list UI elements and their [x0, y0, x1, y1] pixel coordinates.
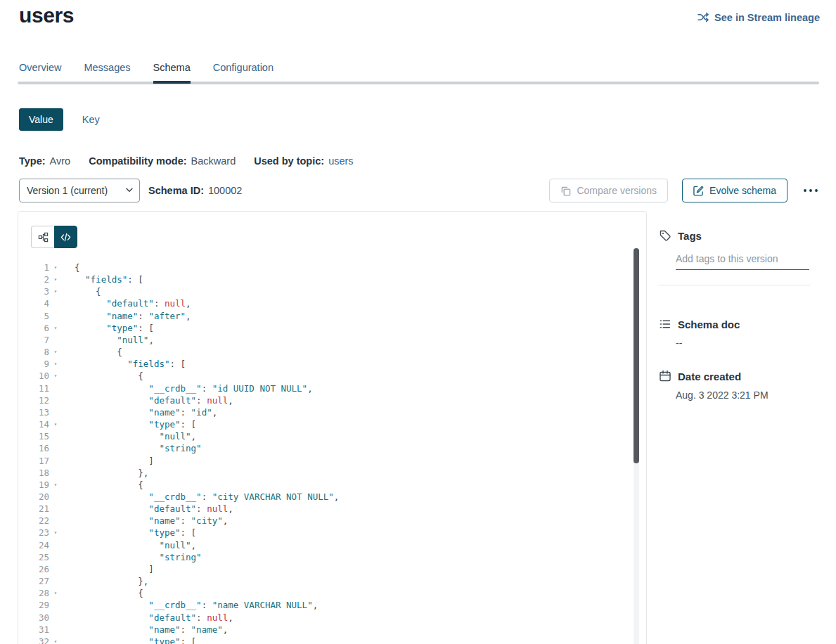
code-view-icon: [60, 232, 71, 243]
fold-toggle-icon[interactable]: ▾: [49, 370, 62, 382]
line-number: 3: [18, 285, 49, 297]
line-number: 20: [18, 491, 49, 503]
tree-view-button[interactable]: [31, 226, 54, 248]
line-number: 19: [18, 479, 49, 491]
fold-spacer: [49, 515, 62, 527]
line-number: 5: [18, 310, 49, 322]
fold-toggle-icon[interactable]: ▾: [49, 527, 62, 539]
schema-doc-header: Schema doc: [659, 318, 810, 330]
code-line: 6▾ "type": [: [18, 322, 629, 334]
fold-spacer: [49, 442, 62, 454]
stream-lineage-link[interactable]: See in Stream lineage: [697, 11, 820, 23]
type-value: Avro: [50, 155, 71, 167]
code-text: {: [62, 479, 143, 491]
code-text: {: [62, 285, 101, 297]
code-text: "__crdb__": "city VARCHAR NOT NULL",: [62, 491, 339, 503]
fold-spacer: [49, 551, 62, 563]
compare-versions-label: Compare versions: [577, 185, 657, 196]
fold-toggle-icon[interactable]: ▾: [49, 273, 62, 285]
schema-id-value: 100002: [208, 185, 242, 196]
fold-toggle-icon[interactable]: ▾: [49, 358, 62, 370]
edit-icon: [693, 186, 704, 196]
fold-spacer: [49, 503, 62, 515]
code-line: 30 "default": null,: [18, 612, 629, 624]
tab-overview[interactable]: Overview: [19, 62, 61, 84]
code-text: ]: [62, 563, 154, 575]
compatibility-field: Compatibility mode:Backward: [89, 155, 236, 167]
tab-messages[interactable]: Messages: [84, 62, 130, 84]
fold-spacer: [49, 491, 62, 503]
topic-label: Used by topic:: [254, 155, 324, 167]
value-key-toggle: Value Key: [19, 108, 100, 131]
code-line: 27 },: [18, 575, 629, 587]
code-text: "__crdb__": "id UUID NOT NULL",: [62, 382, 313, 394]
line-number: 27: [18, 575, 49, 587]
code-text: "default": null,: [62, 394, 233, 406]
fold-spacer: [49, 612, 62, 624]
compatibility-label: Compatibility mode:: [89, 155, 186, 167]
code-line: 22 "name": "city",: [18, 515, 629, 527]
date-created-header: Date created: [659, 370, 810, 382]
code-line: 25 "string": [18, 551, 629, 563]
code-text: "null",: [62, 430, 196, 442]
schema-code-editor[interactable]: 1▾{2▾ "fields": [3▾ {4 "default": null,5…: [18, 262, 629, 644]
code-line: 20 "__crdb__": "city VARCHAR NOT NULL",: [18, 491, 629, 503]
fold-toggle-icon[interactable]: ▾: [49, 636, 62, 644]
version-select[interactable]: Version 1 (current): [19, 179, 140, 202]
fold-spacer: [49, 563, 62, 575]
code-view-button[interactable]: [54, 226, 77, 248]
code-line: 8▾ {: [18, 346, 629, 358]
code-text: "__crdb__": "name VARCHAR NULL",: [62, 599, 318, 611]
value-toggle-button[interactable]: Value: [19, 108, 63, 131]
fold-toggle-icon[interactable]: ▾: [49, 322, 62, 334]
line-number: 10: [18, 370, 49, 382]
tab-schema[interactable]: Schema: [153, 62, 191, 84]
fold-toggle-icon[interactable]: ▾: [49, 418, 62, 430]
tags-title: Tags: [678, 230, 702, 242]
line-number: 2: [18, 273, 49, 285]
fold-toggle-icon[interactable]: ▾: [49, 285, 62, 297]
schema-doc-title: Schema doc: [678, 318, 740, 330]
code-line: 19▾ {: [18, 479, 629, 491]
code-line: 5 "name": "after",: [18, 310, 629, 322]
editor-scrollbar-thumb[interactable]: [634, 248, 639, 463]
code-text: {: [62, 262, 80, 273]
key-toggle-button[interactable]: Key: [82, 114, 100, 125]
tree-view-icon: [38, 232, 49, 243]
code-text: "type": [: [62, 418, 196, 430]
evolve-schema-button[interactable]: Evolve schema: [682, 179, 787, 202]
editor-scrollbar: [634, 248, 639, 644]
schema-meta-row: Type:Avro Compatibility mode:Backward Us…: [19, 155, 354, 167]
fold-toggle-icon[interactable]: ▾: [49, 479, 62, 491]
line-number: 31: [18, 624, 49, 636]
line-number: 22: [18, 515, 49, 527]
page-title: users: [19, 4, 74, 27]
compare-versions-button[interactable]: Compare versions: [549, 179, 668, 202]
tab-configuration[interactable]: Configuration: [213, 62, 274, 84]
code-line: 7 "null",: [18, 334, 629, 346]
fold-toggle-icon[interactable]: ▾: [49, 346, 62, 358]
editor-view-toggle: [31, 226, 77, 248]
code-line: 4 "default": null,: [18, 297, 629, 309]
fold-toggle-icon[interactable]: ▾: [49, 262, 62, 273]
fold-toggle-icon[interactable]: ▾: [49, 587, 62, 599]
code-line: 12 "default": null,: [18, 394, 629, 406]
compatibility-value: Backward: [191, 155, 236, 167]
add-tags-input[interactable]: [676, 252, 809, 270]
fold-spacer: [49, 575, 62, 587]
fold-spacer: [49, 599, 62, 611]
code-line: 23▾ "type": [: [18, 527, 629, 539]
code-line: 10▾ {: [18, 370, 629, 382]
date-created-value: Aug. 3 2022 3:21 PM: [676, 389, 810, 401]
line-number: 12: [18, 394, 49, 406]
code-text: "null",: [62, 539, 196, 551]
line-number: 11: [18, 382, 49, 394]
code-text: "default": null,: [62, 297, 191, 309]
code-lines: 1▾{2▾ "fields": [3▾ {4 "default": null,5…: [18, 262, 629, 644]
schema-editor-panel: 1▾{2▾ "fields": [3▾ {4 "default": null,5…: [18, 211, 647, 644]
line-number: 7: [18, 334, 49, 346]
more-options-button[interactable]: [802, 186, 820, 195]
topic-link[interactable]: users: [328, 155, 353, 167]
stream-lineage-icon: [697, 11, 709, 23]
type-field: Type:Avro: [19, 155, 70, 167]
